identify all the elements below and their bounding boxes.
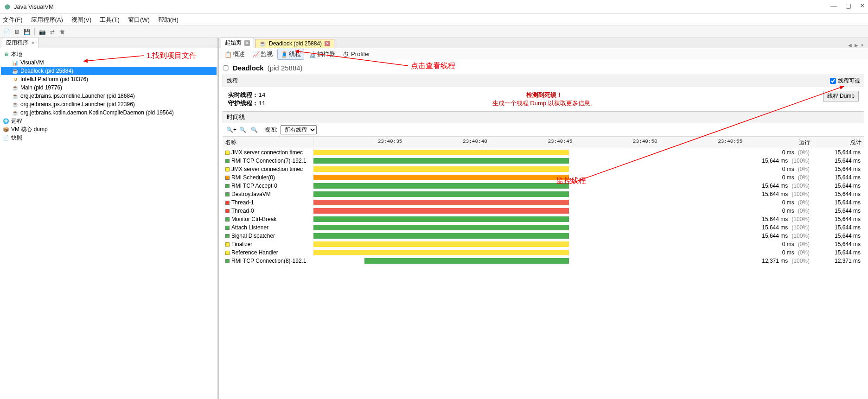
thread-name-cell: Thread-0 <box>223 208 313 214</box>
thread-timeline-cell <box>313 158 739 164</box>
toolbar: 📄 🖥 💾 📷 ⇄ 🗑 <box>0 26 868 38</box>
thread-row[interactable]: Signal Dispatcher15,644 ms(100%)15,644 m… <box>223 232 864 240</box>
thread-row[interactable]: Reference Handler0 ms(0%)15,644 ms <box>223 248 864 257</box>
time-tick: 23:40:45 <box>548 139 572 144</box>
thread-run-cell: 15,644 ms(100%) <box>739 158 813 164</box>
thread-timeline-cell <box>313 149 739 156</box>
tree-item[interactable]: 📊VisualVM <box>1 58 217 67</box>
thread-row[interactable]: JMX server connection timec0 ms(0%)15,64… <box>223 148 864 157</box>
thread-row[interactable]: Finalizer0 ms(0%)15,644 ms <box>223 240 864 248</box>
sidebar-tab-apps[interactable]: 应用程序 ✕ <box>2 38 39 48</box>
thread-name-cell: RMI TCP Connection(7)-192.1 <box>223 158 313 164</box>
tree-item[interactable]: ☕org.jetbrains.kotlin.daemon.KotlinCompi… <box>1 108 217 117</box>
thread-row[interactable]: RMI TCP Connection(8)-192.112,371 ms(100… <box>223 257 864 265</box>
menu-app[interactable]: 应用程序(A) <box>31 16 63 24</box>
timeline-bar <box>313 233 569 239</box>
close-icon[interactable]: ✕ <box>244 40 250 46</box>
tab-prev-icon[interactable]: ◀ <box>848 43 852 48</box>
state-color-icon <box>225 226 230 230</box>
tree-item[interactable]: ☕Main (pid 19776) <box>1 83 217 92</box>
remote-icon: 🌐 <box>3 118 9 124</box>
thread-timeline-cell <box>313 224 739 231</box>
zoom-out-icon[interactable]: 🔍- <box>239 127 248 133</box>
column-run[interactable]: 运行 <box>739 137 813 148</box>
tree-node-remote[interactable]: 🌐 远程 <box>1 117 217 125</box>
minimize-button[interactable]: — <box>830 2 837 9</box>
maximize-button[interactable]: ▢ <box>845 2 851 9</box>
gc-icon[interactable]: 🗑 <box>58 27 67 37</box>
timeline-bar <box>313 250 569 255</box>
window-titlebar: Java VisualVM — ▢ ✕ <box>0 0 868 14</box>
timeline-bar <box>313 175 569 180</box>
subtab-sampler[interactable]: 🔬抽样器 <box>306 49 338 59</box>
subtab-profiler[interactable]: ⏱Profiler <box>340 50 373 58</box>
subtab-threads[interactable]: 🧵线程 <box>277 49 304 60</box>
state-color-icon <box>225 176 230 180</box>
thread-row[interactable]: Thread-00 ms(0%)15,644 ms <box>223 207 864 215</box>
thread-row[interactable]: DestroyJavaVM15,644 ms(100%)15,644 ms <box>223 190 864 198</box>
zoom-fit-icon[interactable]: 🔍 <box>251 127 258 133</box>
thread-run-cell: 15,644 ms(100%) <box>739 191 813 197</box>
tab-start[interactable]: 起始页 ✕ <box>221 38 254 48</box>
thread-timeline-cell <box>313 249 739 256</box>
tab-deadlock[interactable]: ☕ Deadlock (pid 25884) ✕ <box>255 39 334 48</box>
add-host-icon[interactable]: 🖥 <box>12 27 21 37</box>
column-name[interactable]: 名称 <box>223 137 313 148</box>
menu-tools[interactable]: 工具(T) <box>100 16 120 24</box>
thread-name-cell: RMI TCP Accept-0 <box>223 183 313 189</box>
thread-row[interactable]: Thread-10 ms(0%)15,644 ms <box>223 198 864 207</box>
thread-row[interactable]: RMI TCP Accept-015,644 ms(100%)15,644 ms <box>223 182 864 190</box>
tree-item-label: org.jetbrains.jps.cmdline.Launcher (pid … <box>20 93 135 99</box>
thread-name-cell: Finalizer <box>223 241 313 247</box>
snapshot-icon: 📄 <box>3 134 9 141</box>
tab-next-icon[interactable]: ▶ <box>855 43 858 48</box>
thread-dump-button[interactable]: 线程 Dump <box>823 91 859 101</box>
open-icon[interactable]: 📄 <box>2 27 11 37</box>
thread-timeline-cell <box>313 216 739 222</box>
thread-name: Attach Listener <box>231 224 268 231</box>
tree-item[interactable]: ☕Deadlock (pid 25884) <box>1 67 217 75</box>
app-tree[interactable]: 🖥 本地 📊VisualVM☕Deadlock (pid 25884)IJInt… <box>0 48 217 399</box>
time-tick: 23:40:50 <box>633 139 657 144</box>
close-icon[interactable]: ✕ <box>325 41 330 46</box>
tree-node-local[interactable]: 🖥 本地 <box>1 50 217 58</box>
thread-row[interactable]: RMI Scheduler(0)0 ms(0%)15,644 ms <box>223 173 864 182</box>
thread-name: RMI TCP Connection(8)-192.1 <box>231 258 306 264</box>
view-filter-select[interactable]: 所有线程 <box>281 125 317 134</box>
sidebar-tabstrip: 应用程序 ✕ <box>0 38 217 48</box>
thread-total-cell: 15,644 ms <box>813 216 864 222</box>
tree-item[interactable]: ☕org.jetbrains.jps.cmdline.Launcher (pid… <box>1 92 217 100</box>
threads-visible-checkbox[interactable] <box>830 78 836 84</box>
menu-file[interactable]: 文件(F) <box>3 16 23 24</box>
thread-timeline-cell <box>313 166 739 172</box>
tab-list-icon[interactable]: ▾ <box>861 43 863 48</box>
tree-item[interactable]: IJIntelliJ Platform (pid 18376) <box>1 75 217 83</box>
menu-window[interactable]: 窗口(W) <box>128 16 150 24</box>
thread-row[interactable]: Attach Listener15,644 ms(100%)15,644 ms <box>223 223 864 232</box>
timeline-bar <box>313 183 569 189</box>
menu-view[interactable]: 视图(V) <box>71 16 91 24</box>
thread-timeline-cell <box>313 241 739 247</box>
thread-row[interactable]: JMX server connection timec0 ms(0%)15,64… <box>223 165 864 173</box>
subtab-monitor[interactable]: 📈监视 <box>249 49 275 59</box>
close-icon[interactable]: ✕ <box>31 40 35 45</box>
tree-item[interactable]: ☕org.jetbrains.jps.cmdline.Launcher (pid… <box>1 100 217 108</box>
column-total[interactable]: 总计 <box>813 137 864 148</box>
snapshot-icon[interactable]: 📷 <box>38 27 47 37</box>
menu-help[interactable]: 帮助(H) <box>158 16 179 24</box>
thread-name-cell: Monitor Ctrl-Break <box>223 216 313 222</box>
tree-node-snapshot[interactable]: 📄 快照 <box>1 133 217 142</box>
save-icon[interactable]: 💾 <box>22 27 32 37</box>
subtab-overview[interactable]: 📋概述 <box>222 49 248 59</box>
tree-item-label: IntelliJ Platform (pid 18376) <box>20 76 88 82</box>
thread-name: Signal Dispatcher <box>231 233 275 239</box>
thread-name: RMI TCP Accept-0 <box>231 183 277 189</box>
thread-row[interactable]: RMI TCP Connection(7)-192.115,644 ms(100… <box>223 157 864 165</box>
thread-row[interactable]: Monitor Ctrl-Break15,644 ms(100%)15,644 … <box>223 215 864 223</box>
thread-stats: 实时线程：14 守护线程：11 <box>228 91 266 108</box>
close-button[interactable]: ✕ <box>860 2 865 9</box>
zoom-in-icon[interactable]: 🔍+ <box>226 127 236 133</box>
thread-name: RMI TCP Connection(7)-192.1 <box>231 158 306 164</box>
tree-node-coredump[interactable]: 📦 VM 核心 dump <box>1 125 217 133</box>
compare-icon[interactable]: ⇄ <box>48 27 57 37</box>
